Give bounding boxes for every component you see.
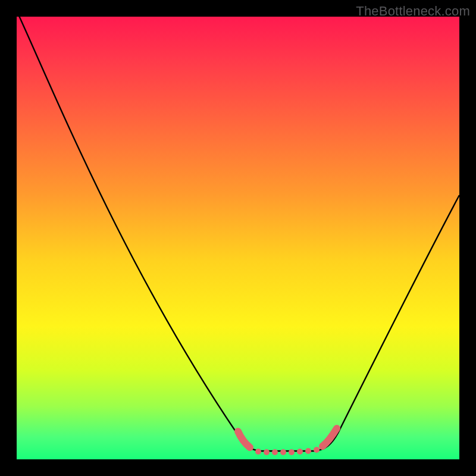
svg-point-2 xyxy=(272,449,278,455)
optimal-zone-left-mark xyxy=(238,431,250,447)
bottleneck-curve xyxy=(17,11,459,451)
chart-frame: TheBottleneck.com xyxy=(0,0,476,476)
svg-point-1 xyxy=(264,449,270,455)
svg-point-5 xyxy=(297,449,303,455)
svg-point-4 xyxy=(289,449,295,455)
svg-point-7 xyxy=(314,447,320,453)
svg-point-6 xyxy=(305,448,311,454)
optimal-zone-right-mark xyxy=(322,428,337,446)
watermark-text: TheBottleneck.com xyxy=(356,4,470,19)
chart-curves-layer xyxy=(17,17,459,459)
svg-point-3 xyxy=(280,449,286,455)
svg-point-0 xyxy=(255,449,261,455)
